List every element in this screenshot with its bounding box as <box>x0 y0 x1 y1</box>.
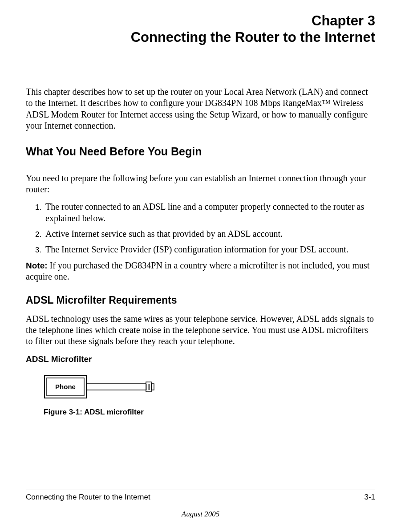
footer-right: 3-1 <box>364 493 375 502</box>
list-item: Active Internet service such as that pro… <box>44 228 375 240</box>
list-item: The Internet Service Provider (ISP) conf… <box>44 244 375 255</box>
subsub-heading-microfilter: ADSL Microfilter <box>26 354 375 364</box>
begin-intro: You need to prepare the following before… <box>26 173 375 195</box>
microfilter-icon: Phone <box>44 375 159 400</box>
section-heading-begin: What You Need Before You Begin <box>26 145 375 160</box>
footer-left: Connecting the Router to the Internet <box>26 493 150 502</box>
list-item: The router connected to an ADSL line and… <box>44 201 375 224</box>
phone-label: Phone <box>55 383 76 390</box>
intro-paragraph: This chapter describes how to set up the… <box>26 86 375 132</box>
chapter-title: Connecting the Router to the Internet <box>26 29 375 46</box>
note-text: If you purchased the DG834PN in a countr… <box>26 260 369 281</box>
begin-list: The router connected to an ADSL line and… <box>26 201 375 256</box>
figure-adsl-microfilter: Phone Figure 3-1: ADSL microfilter <box>44 375 375 417</box>
footer-date: August 2005 <box>26 510 375 519</box>
note-paragraph: Note: If you purchased the DG834PN in a … <box>26 260 375 283</box>
svg-rect-5 <box>151 384 154 390</box>
page-footer: Connecting the Router to the Internet 3-… <box>26 490 375 519</box>
footer-line: Connecting the Router to the Internet 3-… <box>26 490 375 502</box>
figure-caption: Figure 3-1: ADSL microfilter <box>44 408 375 417</box>
chapter-label: Chapter 3 <box>26 12 375 29</box>
microfilter-intro: ADSL technology uses the same wires as y… <box>26 313 375 347</box>
page-content: Chapter 3 Connecting the Router to the I… <box>0 0 401 532</box>
subsection-heading-microfilter: ADSL Microfilter Requirements <box>26 294 375 306</box>
note-label: Note: <box>26 261 48 270</box>
